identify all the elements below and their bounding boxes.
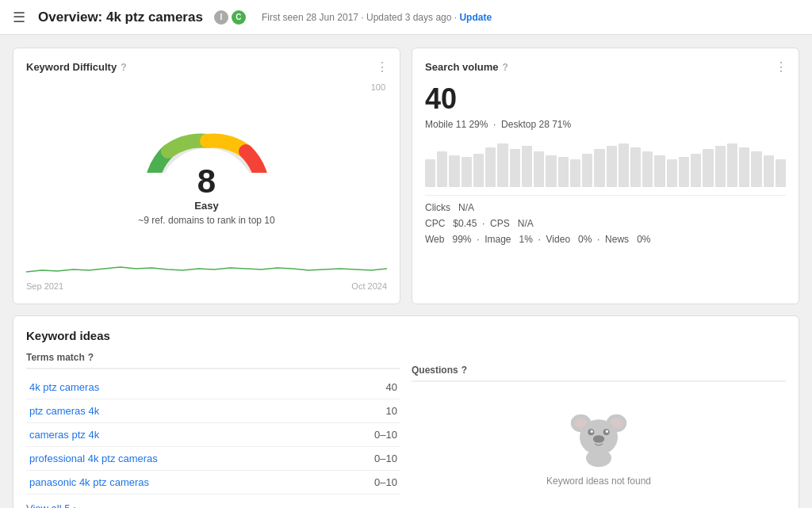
questions-help-icon[interactable]: ? — [462, 365, 467, 376]
header-meta: First seen 28 Jun 2017 · Updated 3 days … — [262, 12, 492, 23]
bar-col — [619, 143, 629, 187]
bar-col — [462, 157, 472, 187]
svg-point-10 — [593, 435, 604, 443]
bar-col — [679, 157, 689, 187]
sv-divider — [425, 195, 786, 196]
bar-col — [570, 159, 580, 187]
bar-col — [546, 155, 556, 187]
bar-col — [691, 154, 701, 187]
bar-col — [582, 154, 592, 187]
gauge-svg — [136, 94, 278, 173]
kd-label: Easy — [194, 200, 218, 212]
table-row: 4k ptz cameras40 — [26, 376, 400, 399]
gauge-wrapper — [136, 94, 278, 173]
bar-col — [485, 147, 496, 187]
keyword-volume: 0–10 — [334, 423, 400, 447]
bar-col — [751, 151, 761, 187]
kd-menu-icon[interactable]: ⋮ — [376, 59, 389, 74]
sv-breakdown: Mobile 11 29% · Desktop 28 71% — [425, 119, 786, 130]
gauge-container: 8 Easy ~9 ref. domains to rank in top 10 — [26, 94, 387, 226]
chevron-right-icon: › — [73, 502, 76, 508]
table-row: professional 4k ptz cameras0–10 — [26, 447, 400, 471]
keyword-link[interactable]: cameras ptz 4k — [29, 429, 99, 441]
kd-axis-bottom: Sep 2021 Oct 2024 — [26, 281, 387, 291]
table-row: cameras ptz 4k0–10 — [26, 423, 400, 447]
sv-bar-chart — [425, 139, 786, 187]
keyword-volume: 40 — [334, 376, 400, 399]
header-badges: I C — [214, 10, 246, 25]
ideas-title: Keyword ideas — [26, 329, 786, 342]
keyword-difficulty-card: Keyword Difficulty ? ⋮ 100 — [13, 48, 400, 304]
sv-help-icon[interactable]: ? — [503, 62, 508, 73]
svg-point-11 — [586, 449, 611, 466]
terms-help-icon[interactable]: ? — [88, 352, 94, 363]
sv-menu-icon[interactable]: ⋮ — [775, 59, 787, 74]
menu-icon[interactable]: ☰ — [13, 9, 25, 26]
terms-match-title: Terms match ? — [26, 352, 400, 369]
bar-col — [425, 159, 435, 187]
ideas-table: 4k ptz cameras40ptz cameras 4k10cameras … — [26, 376, 400, 495]
svg-point-8 — [591, 430, 593, 432]
kd-card-title: Keyword Difficulty ? — [26, 61, 387, 73]
sparkline-svg — [26, 232, 387, 280]
bar-col — [703, 149, 713, 187]
main-content: Keyword Difficulty ? ⋮ 100 — [0, 35, 812, 508]
bar-col — [437, 151, 447, 187]
kd-axis-top: 100 — [26, 82, 387, 92]
search-volume-card: Search volume ? ⋮ 40 Mobile 11 29% · Des… — [412, 48, 799, 304]
sv-card-title: Search volume ? — [425, 61, 786, 73]
bar-col — [449, 155, 459, 187]
bar-col — [727, 143, 737, 187]
table-row: panasonic 4k ptz cameras0–10 — [26, 471, 400, 495]
sv-clicks-row: Clicks N/A — [425, 202, 786, 213]
top-row: Keyword Difficulty ? ⋮ 100 — [13, 48, 799, 304]
kd-sub: ~9 ref. domains to rank in top 10 — [138, 215, 274, 226]
keyword-link[interactable]: professional 4k ptz cameras — [29, 453, 158, 464]
header: ☰ Overview: 4k ptz cameras I C First see… — [0, 0, 812, 35]
bar-col — [764, 155, 774, 187]
bar-col — [642, 151, 653, 187]
bar-col — [473, 154, 484, 187]
sparkline-container: Sep 2021 Oct 2024 — [26, 232, 387, 291]
bar-col — [715, 146, 726, 187]
sv-cpc-row: CPC $0.45 · CPS N/A — [425, 218, 786, 229]
kd-help-icon[interactable]: ? — [121, 62, 126, 73]
keyword-link[interactable]: panasonic 4k ptz cameras — [29, 476, 149, 488]
no-ideas-text: Keyword ideas not found — [546, 476, 651, 487]
questions-title: Questions ? — [412, 365, 786, 382]
bar-col — [776, 159, 786, 187]
bar-col — [739, 147, 749, 187]
sv-number: 40 — [425, 82, 786, 116]
koala-icon — [567, 404, 630, 468]
bar-col — [654, 155, 665, 187]
keyword-link[interactable]: ptz cameras 4k — [29, 405, 99, 417]
update-link[interactable]: Update — [459, 12, 492, 23]
keyword-link[interactable]: 4k ptz cameras — [29, 381, 99, 393]
bar-col — [522, 146, 532, 187]
no-ideas-container: Keyword ideas not found — [530, 388, 667, 502]
keyword-volume: 10 — [334, 399, 400, 423]
bar-col — [667, 159, 677, 187]
bar-col — [594, 149, 604, 187]
badge-i: I — [214, 10, 228, 25]
page-title: Overview: 4k ptz cameras — [38, 10, 203, 25]
bar-col — [510, 149, 520, 187]
keyword-volume: 0–10 — [334, 447, 400, 471]
bar-col — [558, 157, 569, 187]
table-row: ptz cameras 4k10 — [26, 399, 400, 423]
ideas-right: Questions ? — [412, 352, 786, 508]
bar-col — [497, 143, 508, 187]
sv-type-row: Web 99% · Image 1% · Video 0% · News 0% — [425, 234, 786, 245]
ideas-left: Terms match ? 4k ptz cameras40ptz camera… — [26, 352, 400, 508]
bar-col — [607, 146, 617, 187]
ideas-row: Terms match ? 4k ptz cameras40ptz camera… — [26, 352, 786, 508]
keyword-ideas-card: Keyword ideas Terms match ? 4k ptz camer… — [13, 315, 799, 508]
view-all-link[interactable]: View all 5 › — [26, 502, 400, 508]
bar-col — [630, 147, 641, 187]
badge-c: C — [232, 10, 246, 25]
bar-col — [534, 151, 544, 187]
svg-point-9 — [606, 430, 608, 432]
keyword-volume: 0–10 — [334, 471, 400, 495]
